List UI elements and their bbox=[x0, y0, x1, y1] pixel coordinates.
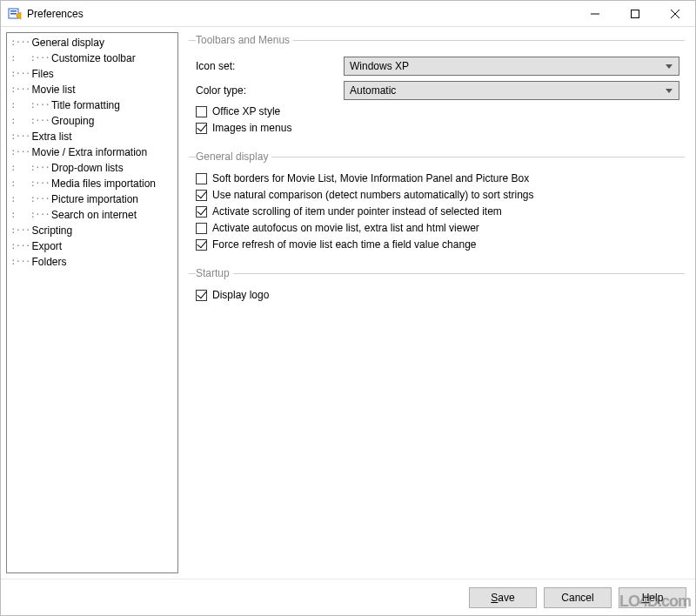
checkbox-forcerefresh[interactable] bbox=[196, 239, 207, 251]
tree-branch-icon: : :··· bbox=[10, 98, 50, 112]
tree-branch-icon: : :··· bbox=[10, 51, 50, 65]
tree-item[interactable]: :···Movie list bbox=[10, 82, 174, 97]
label-colortype: Color type: bbox=[196, 84, 344, 97]
maximize-button[interactable] bbox=[615, 1, 655, 26]
label-officexp: Office XP style bbox=[212, 105, 280, 117]
group-toolbars: Toolbars and Menus Icon set: Windows XP … bbox=[189, 34, 685, 138]
tree-item-label: Customize toolbar bbox=[51, 51, 136, 65]
tree-item-label: Media files importation bbox=[51, 177, 156, 191]
group-general: General display Soft borders for Movie L… bbox=[189, 151, 685, 255]
checkbox-imagesmenus[interactable] bbox=[196, 123, 207, 134]
group-startup: Startup Display logo bbox=[189, 267, 685, 305]
button-bar: Save Cancel Help bbox=[1, 579, 695, 615]
label-imagesmenus: Images in menus bbox=[212, 122, 291, 134]
row-forcerefresh: Force refresh of movie list each time a … bbox=[196, 238, 685, 251]
tree-item-label: Grouping bbox=[51, 114, 94, 128]
tree-item[interactable]: :···Scripting bbox=[10, 223, 174, 238]
combo-colortype[interactable]: Automatic bbox=[344, 81, 679, 100]
row-imagesmenus: Images in menus bbox=[196, 122, 685, 134]
tree-item-label: Search on internet bbox=[51, 208, 137, 222]
tree-item-label: Extra list bbox=[32, 130, 72, 144]
label-forcerefresh: Force refresh of movie list each time a … bbox=[212, 238, 476, 251]
svg-rect-1 bbox=[10, 10, 17, 12]
tree-item[interactable]: :···Export bbox=[10, 238, 174, 254]
checkbox-scrollptr[interactable] bbox=[196, 206, 207, 218]
tree-branch-icon: : :··· bbox=[10, 177, 50, 191]
checkbox-softborders[interactable] bbox=[196, 173, 207, 184]
group-general-legend: General display bbox=[196, 151, 271, 163]
checkbox-displaylogo[interactable] bbox=[196, 290, 207, 301]
tree-branch-icon: :··· bbox=[10, 36, 30, 50]
preferences-window: Preferences :···General display: :···Cus… bbox=[0, 0, 696, 616]
label-scrollptr: Activate scrolling of item under pointer… bbox=[212, 205, 502, 218]
combo-iconset[interactable]: Windows XP bbox=[344, 57, 679, 76]
tree-item-label: Folders bbox=[32, 255, 67, 269]
tree-branch-icon: : :··· bbox=[10, 161, 50, 175]
checkbox-naturalcmp[interactable] bbox=[196, 190, 207, 201]
checkbox-officexp[interactable] bbox=[196, 106, 207, 117]
tree-item[interactable]: : :···Search on internet bbox=[10, 207, 174, 223]
tree-item-label: Export bbox=[32, 239, 63, 253]
tree-item-label: Drop-down lists bbox=[51, 161, 124, 175]
checkbox-autofocus[interactable] bbox=[196, 223, 207, 234]
tree-item-label: Picture importation bbox=[51, 192, 138, 206]
close-button[interactable] bbox=[655, 1, 695, 26]
tree-branch-icon: : :··· bbox=[10, 114, 50, 128]
tree-branch-icon: : :··· bbox=[10, 192, 50, 206]
tree-branch-icon: : :··· bbox=[10, 208, 50, 222]
tree-branch-icon: :··· bbox=[10, 239, 30, 253]
tree-item[interactable]: :···Files bbox=[10, 66, 174, 82]
tree-branch-icon: :··· bbox=[10, 255, 30, 269]
minimize-button[interactable] bbox=[575, 1, 615, 26]
row-officexp: Office XP style bbox=[196, 105, 685, 117]
tree-branch-icon: :··· bbox=[10, 67, 30, 81]
tree-item[interactable]: :···Folders bbox=[10, 254, 174, 270]
tree-item-label: Movie / Extra information bbox=[32, 145, 148, 159]
label-softborders: Soft borders for Movie List, Movie Infor… bbox=[212, 172, 529, 184]
tree-item-label: Title formatting bbox=[51, 98, 120, 112]
tree-item[interactable]: :···Movie / Extra information bbox=[10, 144, 174, 160]
tree-item[interactable]: : :···Grouping bbox=[10, 113, 174, 129]
tree-item[interactable]: : :···Media files importation bbox=[10, 176, 174, 191]
tree-branch-icon: :··· bbox=[10, 224, 30, 238]
svg-rect-4 bbox=[632, 10, 639, 17]
combo-iconset-value: Windows XP bbox=[350, 60, 663, 72]
minimize-icon bbox=[591, 10, 599, 18]
tree-item[interactable]: : :···Picture importation bbox=[10, 191, 174, 207]
label-iconset: Icon set: bbox=[196, 60, 344, 72]
row-naturalcmp: Use natural comparison (detect numbers a… bbox=[196, 189, 685, 201]
tree-item-label: Files bbox=[32, 67, 54, 81]
tree-item-label: Movie list bbox=[32, 83, 76, 97]
tree-item[interactable]: : :···Customize toolbar bbox=[10, 50, 174, 66]
label-naturalcmp: Use natural comparison (detect numbers a… bbox=[212, 189, 534, 201]
chevron-down-icon bbox=[663, 60, 675, 72]
cancel-button[interactable]: Cancel bbox=[544, 587, 612, 608]
titlebar: Preferences bbox=[1, 1, 695, 27]
tree-branch-icon: :··· bbox=[10, 145, 30, 159]
tree-item[interactable]: :···Extra list bbox=[10, 129, 174, 144]
tree-branch-icon: :··· bbox=[10, 130, 30, 144]
tree-item[interactable]: :···General display bbox=[10, 35, 174, 50]
row-softborders: Soft borders for Movie List, Movie Infor… bbox=[196, 172, 685, 184]
window-title: Preferences bbox=[27, 8, 575, 20]
label-displaylogo: Display logo bbox=[212, 289, 269, 301]
titlebar-controls bbox=[575, 1, 695, 26]
settings-panel: Toolbars and Menus Icon set: Windows XP … bbox=[184, 32, 690, 573]
tree-item[interactable]: : :···Drop-down lists bbox=[10, 160, 174, 176]
tree-branch-icon: :··· bbox=[10, 83, 30, 97]
row-displaylogo: Display logo bbox=[196, 289, 685, 301]
tree-item-label: Scripting bbox=[32, 224, 73, 238]
combo-colortype-value: Automatic bbox=[350, 84, 663, 97]
category-tree[interactable]: :···General display: :···Customize toolb… bbox=[6, 32, 178, 573]
save-button[interactable]: Save bbox=[469, 587, 537, 608]
tree-item-label: General display bbox=[32, 36, 104, 50]
label-autofocus: Activate autofocus on movie list, extra … bbox=[212, 222, 479, 234]
close-icon bbox=[671, 10, 679, 18]
tree-item[interactable]: : :···Title formatting bbox=[10, 97, 174, 113]
row-iconset: Icon set: Windows XP bbox=[196, 57, 685, 76]
row-autofocus: Activate autofocus on movie list, extra … bbox=[196, 222, 685, 234]
app-icon bbox=[8, 7, 22, 21]
help-button[interactable]: Help bbox=[619, 587, 686, 608]
maximize-icon bbox=[631, 10, 639, 18]
chevron-down-icon bbox=[663, 84, 675, 97]
